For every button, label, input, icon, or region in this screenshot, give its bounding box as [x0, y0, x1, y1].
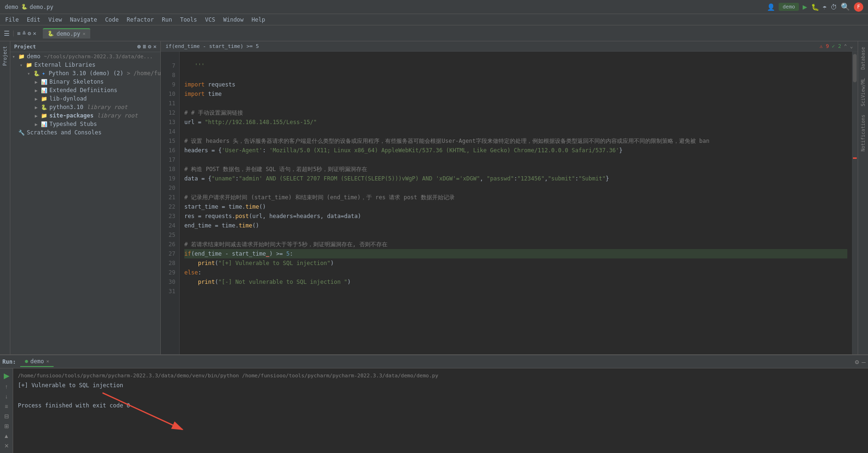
run-tab-label: demo [31, 358, 44, 365]
error-badge: ⚠ 9 [820, 43, 829, 49]
ok-badge: ✓ 2 [832, 43, 841, 49]
project-label: demo [5, 4, 18, 10]
tree-item-python310[interactable]: ▾ 🐍 ✦ Python 3.10 (demo) (2) > /home/fun… [10, 69, 160, 78]
minimize-icon[interactable]: — [862, 358, 866, 366]
project-tab[interactable]: Project [1, 43, 8, 69]
panel-settings-icon[interactable]: ⚙ [148, 43, 151, 50]
error-marker [853, 157, 857, 159]
run-tab-close[interactable]: ✕ [46, 359, 49, 364]
site-pkgs-icon: 📁 [40, 113, 48, 119]
notifications-panel-tab[interactable]: Notifications [860, 111, 867, 155]
menu-navigate[interactable]: Navigate [67, 16, 100, 24]
expand-icon[interactable]: ⌃ [844, 43, 847, 49]
scroll-down-button[interactable]: ↓ [4, 392, 9, 401]
run-tab[interactable]: ● demo ✕ [20, 357, 54, 367]
collapse-all-icon[interactable]: ≡ [17, 30, 20, 37]
run-output-vulnerable: [+] Vulnerable to SQL injection [18, 381, 863, 391]
tree-item-python310-lib[interactable]: ▶ 🐍 python3.10 library root [10, 103, 160, 111]
tree-item-demo[interactable]: ▾ 📁 demo ~/tools/pycharm-2022.3.3/data/d… [10, 52, 160, 61]
tree-item-binary-skeletons[interactable]: ▶ 📊 Binary Skeletons [10, 78, 160, 86]
menu-run[interactable]: Run [159, 16, 175, 24]
bottom-tab-right-icons: ⚙ — [855, 358, 866, 366]
menu-window[interactable]: Window [221, 16, 246, 24]
run-button[interactable]: ▶ [803, 2, 807, 11]
menu-help[interactable]: Help [249, 16, 268, 24]
tree-item-scratches[interactable]: 🔧 Scratches and Consoles [10, 128, 160, 137]
run-tab-icon: ● [25, 358, 28, 364]
coverage-button[interactable]: ☂ [823, 3, 827, 11]
expand-all-icon[interactable]: ≗ [22, 30, 25, 37]
project-tree-icon[interactable]: ☰ [4, 30, 10, 37]
tree-arrow: ▾ [12, 54, 18, 59]
profile-button[interactable]: ⏱ [830, 3, 837, 11]
panel-locate-icon[interactable]: ⊕ [137, 43, 141, 50]
run-output-blank [18, 391, 863, 401]
file-tab-label[interactable]: demo.py [56, 31, 80, 37]
project-tree: ▾ 📁 demo ~/tools/pycharm-2022.3.3/data/d… [10, 52, 160, 137]
menu-refactor[interactable]: Refactor [124, 16, 157, 24]
scrollbar-thumb[interactable] [853, 54, 857, 82]
menu-view[interactable]: View [46, 16, 65, 24]
panel-collapse-icon[interactable]: ≡ [142, 43, 146, 50]
menu-vcs[interactable]: VCS [202, 16, 218, 24]
run-output-line1: [+] Vulnerable to SQL injection [18, 382, 123, 389]
menu-tools[interactable]: Tools [177, 16, 200, 24]
search-icon[interactable]: 🔍 [841, 2, 850, 11]
database-panel-tab[interactable]: Database [860, 43, 867, 73]
tree-item-site-packages[interactable]: ▶ 📁 site-packages library root [10, 111, 160, 120]
panel-close-icon[interactable]: ✕ [153, 43, 157, 50]
toolbar-sep: | [12, 30, 15, 37]
lib-dynload-icon: 📁 [40, 96, 48, 102]
tree-arrow-py3: ▶ [35, 105, 40, 110]
main-layout: Project Project ⊕ ≡ ⚙ ✕ ▾ 📁 demo ~/tools… [0, 41, 868, 354]
pin-button[interactable]: ▲ [3, 432, 10, 440]
code-editor[interactable]: 7 8 9 10 11 12 13 14 15 16 17 18 19 20 2… [161, 52, 858, 354]
run-side-toolbar: ▶ ↑ ↓ ≡ ⊟ ⊞ ▲ ✕ [0, 368, 13, 453]
tree-arrow-ts: ▶ [35, 122, 40, 127]
run-cmd-text: /home/funsiooo/tools/pycharm/pycharm-202… [18, 373, 438, 379]
typeshed-icon: 📊 [40, 121, 48, 127]
debug-button[interactable]: 🐛 [811, 3, 819, 11]
collapse-icon[interactable]: ⌄ [850, 43, 853, 49]
tree-label-binary: Binary Skeletons [49, 78, 104, 85]
menu-file[interactable]: File [2, 16, 22, 24]
close-panel-icon[interactable]: ✕ [33, 30, 36, 37]
close-run-button[interactable]: ⊞ [3, 422, 10, 430]
tree-item-typeshed[interactable]: ▶ 📊 Typeshed Stubs [10, 120, 160, 128]
menu-code[interactable]: Code [103, 16, 122, 24]
toolbar-file-tab: 🐍 demo.py ✕ [43, 28, 90, 39]
tree-label-extended: Extended Definitions [49, 87, 118, 94]
run-output: /home/funsiooo/tools/pycharm/pycharm-202… [13, 368, 868, 453]
tree-item-external-libs[interactable]: ▾ 📁 External Libraries [10, 61, 160, 69]
editor-indicators: ⚠ 9 ✓ 2 ⌃ ⌄ [820, 43, 853, 49]
breadcrumb: if(end_time - start_time) >= 5 ⚠ 9 ✓ 2 ⌃… [161, 41, 858, 52]
tree-label-sitepkgs: site-packages library root [49, 112, 138, 119]
toolbar-left: ☰ | ≡ ≗ ⚙ ✕ [4, 30, 36, 37]
tree-label-scratch: Scratches and Consoles [27, 129, 102, 136]
tree-item-extended-defs[interactable]: ▶ 📊 Extended Definitions [10, 86, 160, 94]
tree-arrow-bs: ▶ [35, 79, 40, 85]
toolbar: ☰ | ≡ ≗ ⚙ ✕ 🐍 demo.py ✕ [0, 25, 868, 41]
run-again-button[interactable]: ▶ [3, 370, 10, 381]
tree-item-lib-dynload[interactable]: ▶ 📁 lib-dynload [10, 94, 160, 103]
panel-header-icons: ⊕ ≡ ⚙ ✕ [137, 43, 157, 50]
python-icon: 🐍 [33, 70, 40, 77]
toggle-soft-wrap-button[interactable]: ≡ [4, 402, 9, 411]
file-tab-close[interactable]: ✕ [83, 31, 86, 36]
print-button[interactable]: ⊟ [3, 412, 10, 421]
tree-arrow-ld: ▶ [35, 96, 40, 102]
tree-arrow-sp: ▶ [35, 113, 40, 118]
panel-title: Project [14, 44, 36, 50]
tree-label-typeshed: Typeshed Stubs [49, 121, 97, 127]
tree-arrow-py: ▾ [27, 71, 33, 76]
avatar-icon[interactable]: F [854, 2, 863, 12]
settings-gear-icon[interactable]: ⚙ [855, 358, 859, 366]
settings-icon[interactable]: ⚙ [28, 30, 31, 37]
menu-edit[interactable]: Edit [24, 16, 43, 24]
editor-scrollbar[interactable] [852, 52, 858, 354]
sciview-panel-tab[interactable]: SciView/ML [860, 74, 867, 110]
breadcrumb-path: if(end_time - start_time) >= 5 [166, 43, 259, 49]
remove-button[interactable]: ✕ [3, 442, 10, 450]
scroll-up-button[interactable]: ↑ [4, 383, 9, 391]
bottom-tabs: Run: ● demo ✕ ⚙ — [0, 355, 868, 368]
